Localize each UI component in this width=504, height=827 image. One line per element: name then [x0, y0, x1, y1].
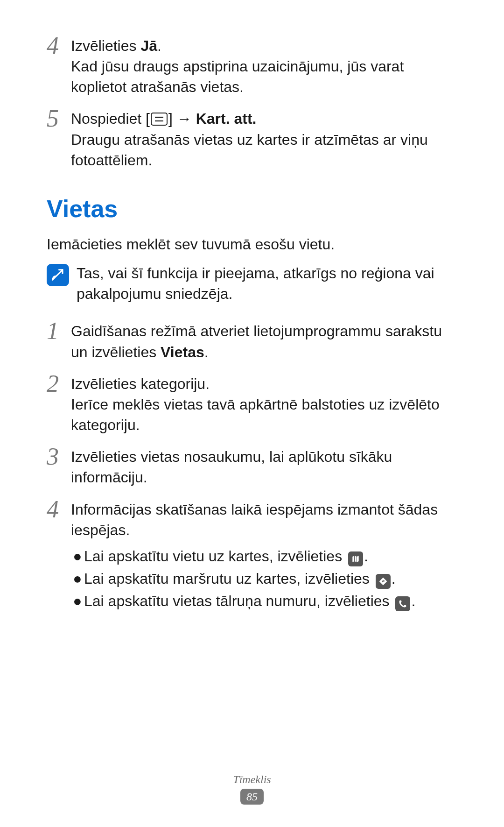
step-text: ] → [168, 110, 196, 127]
bullet-dot: ● [71, 545, 84, 567]
bullet-item: ● Lai apskatītu vietu uz kartes, izvēlie… [71, 545, 457, 567]
step-body: Izvēlieties vietas nosaukumu, lai aplūko… [71, 444, 457, 488]
step-text: Nospiediet [ [71, 110, 150, 127]
note-icon [47, 264, 69, 286]
bullet-list: ● Lai apskatītu vietu uz kartes, izvēlie… [71, 545, 457, 612]
step-body: Izvēlieties Jā. Kad jūsu draugs apstipri… [71, 33, 457, 97]
step-text: Kad jūsu draugs apstiprina uzaicinājumu,… [71, 56, 457, 97]
section-heading-vietas: Vietas [47, 195, 457, 223]
note-block: Tas, vai šī funkcija ir pieejama, atkarī… [47, 263, 457, 304]
step-text: Izvēlieties vietas nosaukumu, lai aplūko… [71, 446, 457, 488]
step-4: 4 Informācijas skatīšanas laikā iespējam… [47, 496, 457, 612]
bullet-text: Lai apskatītu vietas tālruņa numuru, izv… [84, 593, 393, 609]
step-text: Izvēlieties [71, 37, 140, 54]
step-text: Draugu atrašanās vietas uz kartes ir atz… [71, 129, 457, 170]
step-number: 3 [47, 444, 71, 469]
step-text: . [204, 344, 209, 360]
page-number: 85 [240, 789, 264, 805]
manual-page: 4 Izvēlieties Jā. Kad jūsu draugs apstip… [0, 0, 504, 827]
step-text: Ierīce meklēs vietas tavā apkārtnē balst… [71, 394, 457, 435]
step-body: Gaidīšanas režīmā atveriet lietojumprogr… [71, 318, 457, 362]
step-text-bold: Jā [140, 37, 157, 54]
bullet-text: Lai apskatītu vietu uz kartes, izvēlieti… [84, 548, 346, 565]
step-number: 5 [47, 106, 71, 131]
step-text: Gaidīšanas režīmā atveriet lietojumprogr… [71, 323, 442, 360]
step-number: 1 [47, 318, 71, 343]
step-4-top: 4 Izvēlieties Jā. Kad jūsu draugs apstip… [47, 33, 457, 97]
route-icon [376, 574, 391, 589]
bullet-period: . [392, 570, 396, 587]
bullet-period: . [364, 548, 368, 565]
step-text: . [157, 37, 161, 54]
bullet-period: . [411, 593, 415, 609]
step-5-top: 5 Nospiediet [ ] → Kart. att. Draugu atr… [47, 106, 457, 170]
step-text-bold: Vietas [161, 344, 204, 360]
step-text-bold: Kart. att. [196, 110, 257, 127]
step-text: Izvēlieties kategoriju. [71, 374, 457, 394]
note-text: Tas, vai šī funkcija ir pieejama, atkarī… [77, 263, 457, 304]
svg-rect-0 [151, 113, 167, 125]
phone-icon [395, 596, 410, 611]
step-text: Informācijas skatīšanas laikā iespējams … [71, 499, 457, 540]
bullet-dot: ● [71, 567, 84, 590]
bullet-item: ● Lai apskatītu vietas tālruņa numuru, i… [71, 590, 457, 612]
step-number: 2 [47, 371, 71, 396]
step-1: 1 Gaidīšanas režīmā atveriet lietojumpro… [47, 318, 457, 362]
page-footer: Tīmeklis 85 [0, 773, 504, 805]
section-intro: Iemācieties meklēt sev tuvumā esošu viet… [47, 234, 457, 254]
step-body: Nospiediet [ ] → Kart. att. Draugu atraš… [71, 106, 457, 170]
step-number: 4 [47, 496, 71, 522]
bullet-text: Lai apskatītu maršrutu uz kartes, izvēli… [84, 570, 374, 587]
step-3: 3 Izvēlieties vietas nosaukumu, lai aplū… [47, 444, 457, 488]
step-number: 4 [47, 33, 71, 58]
menu-key-icon [151, 113, 168, 126]
step-body: Informācijas skatīšanas laikā iespējams … [71, 496, 457, 612]
footer-section-label: Tīmeklis [0, 773, 504, 786]
bullet-dot: ● [71, 590, 84, 612]
step-body: Izvēlieties kategoriju. Ierīce meklēs vi… [71, 371, 457, 435]
map-icon [348, 551, 363, 566]
step-2: 2 Izvēlieties kategoriju. Ierīce meklēs … [47, 371, 457, 435]
bullet-item: ● Lai apskatītu maršrutu uz kartes, izvē… [71, 567, 457, 590]
